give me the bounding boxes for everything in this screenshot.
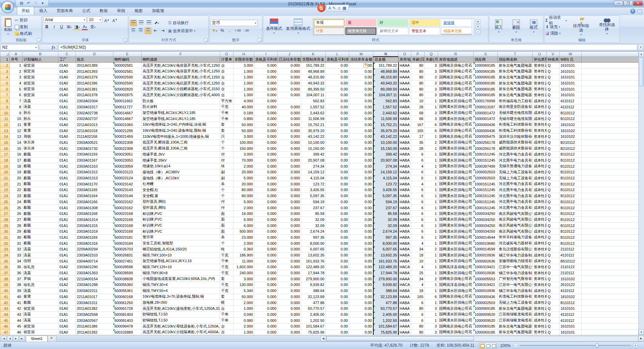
cell[interactable]: 国网溧水区供电公司	[438, 152, 474, 158]
cell[interactable]: 4110112	[559, 311, 582, 317]
cell[interactable]: 成本性原	[533, 152, 547, 158]
cell[interactable]: 2110122	[559, 264, 582, 270]
cell[interactable]: Q	[547, 305, 559, 311]
cell[interactable]: 0.00	[326, 276, 349, 282]
cell[interactable]: 2.000	[233, 300, 254, 306]
cell[interactable]: 面	[220, 217, 233, 223]
cell[interactable]: HABA	[398, 181, 411, 187]
cell[interactable]: Q	[547, 240, 559, 246]
cell[interactable]: 0.00	[349, 163, 373, 169]
cell[interactable]: 01A1	[58, 193, 76, 199]
cell[interactable]: 1000256178	[474, 139, 498, 146]
column-header-K[interactable]: K	[301, 52, 326, 57]
cell[interactable]: 2,674.24	[301, 228, 326, 234]
cell[interactable]: 0.00	[349, 234, 373, 240]
cell[interactable]: 68	[411, 116, 425, 122]
cell[interactable]: HABA	[398, 193, 411, 199]
cell[interactable]: 75,825.96	[301, 329, 326, 335]
cell[interactable]: 5.340	[233, 288, 254, 294]
cell[interactable]: 22	[10, 187, 22, 193]
cell[interactable]: 161,933.76	[373, 258, 398, 264]
cell-style-hyperlink[interactable]: 超链接	[441, 19, 472, 26]
cell[interactable]: 国网溧水区供电公司	[438, 211, 474, 217]
cell[interactable]: 01A1	[58, 175, 76, 181]
cell[interactable]: Q	[547, 246, 559, 252]
cell[interactable]: B110112	[559, 169, 582, 175]
cell[interactable]: HABA	[398, 187, 411, 193]
cell[interactable]: 1610101	[559, 323, 582, 329]
cell[interactable]: 48,315.80	[373, 74, 398, 80]
cell[interactable]: 3	[425, 329, 438, 335]
cell[interactable]: 2303A01308	[76, 205, 113, 211]
row-header-30[interactable]: 30	[0, 228, 10, 234]
cell[interactable]	[582, 288, 639, 294]
cell[interactable]: Q	[547, 276, 559, 282]
cell[interactable]: 台	[220, 74, 233, 80]
cell[interactable]: 绝缘垫,10kV,φ14	[142, 163, 220, 169]
cell[interactable]: Q	[547, 104, 559, 110]
cell[interactable]: 无锡市曙光电缆有限公司	[498, 116, 533, 122]
cell[interactable]: 50,770.57	[373, 305, 398, 311]
cell[interactable]	[582, 264, 639, 270]
fill-button[interactable]: ⬇填充▾	[545, 24, 567, 30]
cell[interactable]: 2303A02304	[76, 98, 113, 104]
column-header-L[interactable]: L	[326, 52, 349, 57]
cell[interactable]: 500061728	[113, 305, 142, 311]
cell[interactable]: 500011662	[113, 98, 142, 104]
cell[interactable]: HABA	[398, 300, 411, 306]
cell[interactable]: 01A2	[58, 282, 76, 288]
cell[interactable]: 千米	[220, 311, 233, 317]
cell[interactable]: Q	[547, 258, 559, 264]
cell[interactable]: 1,202.50	[301, 317, 326, 324]
cell[interactable]: 国网溧水区供电公司	[438, 116, 474, 122]
cell[interactable]: 个	[220, 146, 233, 152]
cell[interactable]: 0.000	[278, 300, 301, 306]
cell[interactable]: 0.080	[233, 317, 254, 324]
cell[interactable]: 43	[10, 311, 22, 317]
cell[interactable]: 80	[411, 305, 425, 311]
field-header[interactable]: 评估类型	[533, 57, 547, 63]
cell[interactable]: HABA	[398, 104, 411, 110]
cell[interactable]: 0.000	[278, 217, 301, 223]
cell[interactable]: 15	[10, 146, 22, 152]
cell[interactable]: 3,426.55	[301, 187, 326, 193]
cell[interactable]: 成本性原	[533, 234, 547, 240]
cell[interactable]: 1000002503	[474, 175, 498, 181]
cell[interactable]: 01A0	[58, 329, 76, 335]
cell[interactable]: 01A1	[58, 163, 76, 169]
cell[interactable]: 3	[425, 305, 438, 311]
cell[interactable]: 0.00	[349, 223, 373, 229]
cell[interactable]: 1000009520	[474, 311, 498, 317]
cell[interactable]: 6	[425, 122, 438, 128]
cell[interactable]: 594.19	[301, 199, 326, 205]
active-cell-N2[interactable]: 151,789.22	[373, 62, 398, 68]
cell[interactable]: 500002581	[113, 68, 142, 74]
cell[interactable]: 1	[425, 181, 438, 187]
cell[interactable]: 0.000	[254, 311, 278, 317]
font-dialog-launcher-icon[interactable]	[123, 38, 127, 42]
cell[interactable]: 1000002636	[474, 258, 498, 264]
cell[interactable]: 0.00	[326, 80, 349, 86]
cell[interactable]: 2303A01316	[76, 240, 113, 246]
cell[interactable]: 33	[10, 252, 22, 258]
field-header[interactable]: 批次	[76, 57, 113, 63]
align-center-button[interactable]	[138, 27, 144, 34]
cell[interactable]: 500023124	[113, 175, 142, 181]
cell[interactable]: 国网溧水区供电公司	[438, 193, 474, 199]
cell[interactable]: 50,770.57	[301, 305, 326, 311]
cell[interactable]: 蔡颖	[22, 152, 58, 158]
cell[interactable]: 1000014544	[474, 234, 498, 240]
cell[interactable]: HACA	[398, 264, 411, 270]
cell[interactable]: 15,752.21	[373, 122, 398, 128]
cell[interactable]: 101,584.67	[301, 323, 326, 329]
column-header-F[interactable]: F	[142, 52, 220, 57]
cell-style-calc[interactable]: 计算	[314, 27, 344, 35]
cell[interactable]: 根	[220, 300, 233, 306]
cell[interactable]: 河北黑牛电力金具有限公	[498, 152, 533, 158]
cell[interactable]: 0.00	[349, 175, 373, 181]
cell[interactable]: 1,202.50	[373, 317, 398, 324]
cell[interactable]	[582, 270, 639, 276]
cell[interactable]: HABA	[398, 223, 411, 229]
bold-button[interactable]: B	[44, 24, 50, 30]
cell[interactable]	[582, 62, 639, 68]
